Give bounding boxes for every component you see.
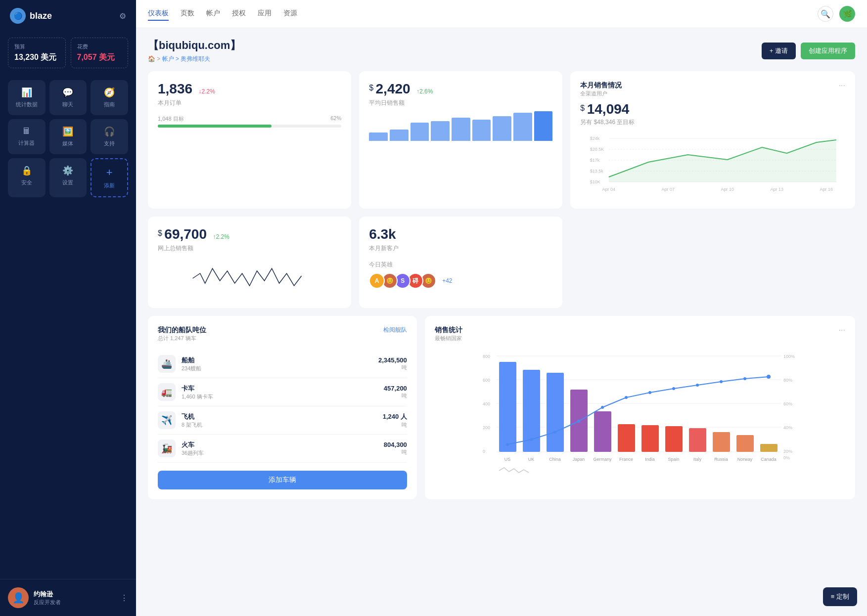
calculator-icon: 🖩	[22, 126, 31, 136]
progress-fill	[158, 125, 272, 128]
plane-unit: 吨	[383, 421, 407, 429]
avg-sales-label: 平均日销售额	[369, 99, 552, 107]
sidebar-item-media[interactable]: 🖼️ 媒体	[49, 119, 87, 154]
support-icon: 🎧	[104, 126, 115, 137]
stats-row-2: $ 69,700 ↑2.2% 网上总销售额 6.3k 本月新客户	[148, 217, 855, 308]
ship-unit: 吨	[378, 364, 407, 371]
plane-detail: 8 架飞机	[182, 421, 202, 429]
header-actions: + 邀请 创建应用程序	[762, 43, 855, 59]
create-app-button[interactable]: 创建应用程序	[801, 43, 855, 59]
bar-Italy	[689, 428, 706, 452]
page-content: 【biqubiqu.com】 🏠 > 帐户 > 奥弗维耶夫 + 邀请 创建应用程…	[136, 28, 867, 616]
budget-label: 预算	[14, 43, 59, 50]
tab-pages[interactable]: 页数	[181, 7, 194, 21]
plane-num: 1,240 人	[383, 412, 407, 421]
svg-point-38	[648, 391, 651, 394]
sidebar-item-support[interactable]: 🎧 支持	[91, 119, 128, 154]
invite-button[interactable]: + 邀请	[762, 43, 796, 59]
svg-point-37	[625, 396, 628, 399]
media-label: 媒体	[62, 140, 73, 147]
progress-pct: 62%	[330, 115, 341, 123]
add-label: 添新	[104, 182, 115, 189]
bottom-row: 我们的船队吨位 总计 1,247 辆车 检阅舰队 🚢 船舶 234艘船 2,34…	[148, 316, 855, 499]
hero-section: 今日英雄 A 😊 S 碍 😊 +42	[369, 261, 552, 289]
fleet-item-ship: 🚢 船舶 234艘船 2,345,500 吨	[158, 350, 407, 378]
sales-more-icon[interactable]: ···	[839, 326, 845, 335]
tab-dashboard[interactable]: 仪表板	[148, 7, 169, 21]
chat-label: 聊天	[62, 101, 73, 108]
truck-icon: 🚛	[158, 383, 176, 401]
orders-card: 1,836 ↓2.2% 本月订单 1,048 目标 62%	[148, 71, 351, 209]
mini-bar-3	[431, 121, 450, 141]
orders-progress: 1,048 目标 62%	[158, 115, 341, 128]
svg-text:$20.5K: $20.5K	[590, 147, 604, 152]
monthly-total: 14,094	[587, 101, 630, 117]
budget-value: 13,230 美元	[14, 52, 59, 63]
breadcrumb-text: 帐户 > 奥弗维耶夫	[162, 55, 211, 62]
settings-nav-icon: ⚙️	[62, 165, 73, 176]
stats-row-1: 1,836 ↓2.2% 本月订单 1,048 目标 62% $	[148, 71, 855, 209]
user-avatar-top[interactable]: 🌿	[839, 6, 855, 22]
breadcrumb-home[interactable]: 🏠	[148, 55, 155, 62]
svg-text:400: 400	[483, 401, 490, 406]
sidebar-item-settings[interactable]: ⚙️ 设置	[49, 158, 87, 197]
sidebar-item-calculator[interactable]: 🖩 计算器	[8, 119, 46, 154]
avg-sales-value: 2,420	[376, 81, 411, 96]
main-content: 仪表板 页数 帐户 授权 应用 资源 🔍 🌿 【biqubiqu.com】 🏠 …	[136, 0, 867, 616]
svg-text:Apr 10: Apr 10	[721, 187, 734, 192]
top-nav-actions: 🔍 🌿	[818, 6, 855, 22]
sidebar-item-security[interactable]: 🔒 安全	[8, 158, 46, 197]
customers-value: 6.3k	[369, 226, 396, 242]
expense-card: 花费 7,057 美元	[71, 38, 129, 68]
add-vehicle-button[interactable]: 添加车辆	[158, 471, 407, 489]
svg-text:100%: 100%	[783, 354, 795, 359]
analytics-label: 统计数据	[16, 101, 38, 108]
settings-icon[interactable]: ⚙	[119, 11, 126, 21]
customize-button[interactable]: ≡ 定制	[823, 587, 857, 606]
fleet-link[interactable]: 检阅舰队	[383, 326, 407, 334]
orders-value: 1,836	[158, 81, 192, 96]
svg-text:$13.5k: $13.5k	[590, 169, 604, 174]
svg-point-42	[743, 377, 746, 380]
more-options-icon[interactable]: ···	[839, 81, 845, 90]
bar-Germany	[594, 411, 611, 452]
svg-point-40	[696, 384, 699, 387]
mini-bar-5	[472, 120, 491, 141]
breadcrumb: 🏠 > 帐户 > 奥弗维耶夫	[148, 55, 241, 63]
sidebar-item-chat[interactable]: 💬 聊天	[49, 80, 87, 115]
svg-text:Germany: Germany	[593, 457, 612, 462]
plane-value: 1,240 人 吨	[383, 412, 407, 429]
more-icon[interactable]: ⋮	[120, 593, 128, 603]
fleet-item-truck: 🚛 卡车 1,460 辆卡车 457,200 吨	[158, 378, 407, 406]
svg-text:$10K: $10K	[590, 179, 600, 184]
fleet-header: 我们的船队吨位 总计 1,247 辆车 检阅舰队	[158, 326, 407, 342]
progress-labels: 1,048 目标 62%	[158, 115, 341, 123]
page-header: 【biqubiqu.com】 🏠 > 帐户 > 奥弗维耶夫 + 邀请 创建应用程…	[148, 38, 855, 63]
svg-point-43	[767, 375, 771, 379]
svg-text:Canada: Canada	[761, 457, 776, 462]
search-button[interactable]: 🔍	[818, 6, 833, 22]
page-title: 【biqubiqu.com】	[148, 38, 241, 53]
tab-apps[interactable]: 应用	[258, 7, 272, 21]
new-customers-card: 6.3k 本月新客户 今日英雄 A 😊 S 碍 😊 +42	[359, 217, 562, 308]
guide-icon: 🧭	[104, 87, 115, 98]
user-name: 约翰逊	[34, 590, 115, 599]
mini-bar-0	[369, 132, 388, 141]
svg-text:800: 800	[483, 354, 490, 359]
calculator-label: 计算器	[18, 139, 35, 147]
sidebar-item-guide[interactable]: 🧭 指南	[91, 80, 128, 115]
tab-resources[interactable]: 资源	[283, 7, 297, 21]
net-sales-value: 69,700	[164, 226, 207, 242]
tab-auth[interactable]: 授权	[232, 7, 246, 21]
sales-stats-title: 销售统计	[435, 326, 462, 335]
expense-value: 7,057 美元	[77, 52, 122, 63]
bar-Canada	[760, 444, 777, 452]
sidebar-item-analytics[interactable]: 📊 统计数据	[8, 80, 46, 115]
bar-China	[547, 373, 564, 452]
sidebar-item-add[interactable]: + 添新	[91, 158, 128, 197]
hero-label: 今日英雄	[369, 261, 552, 269]
fleet-subtitle: 总计 1,247 辆车	[158, 335, 206, 342]
security-icon: 🔒	[21, 165, 32, 176]
svg-text:0: 0	[483, 449, 485, 454]
tab-account[interactable]: 帐户	[206, 7, 220, 21]
